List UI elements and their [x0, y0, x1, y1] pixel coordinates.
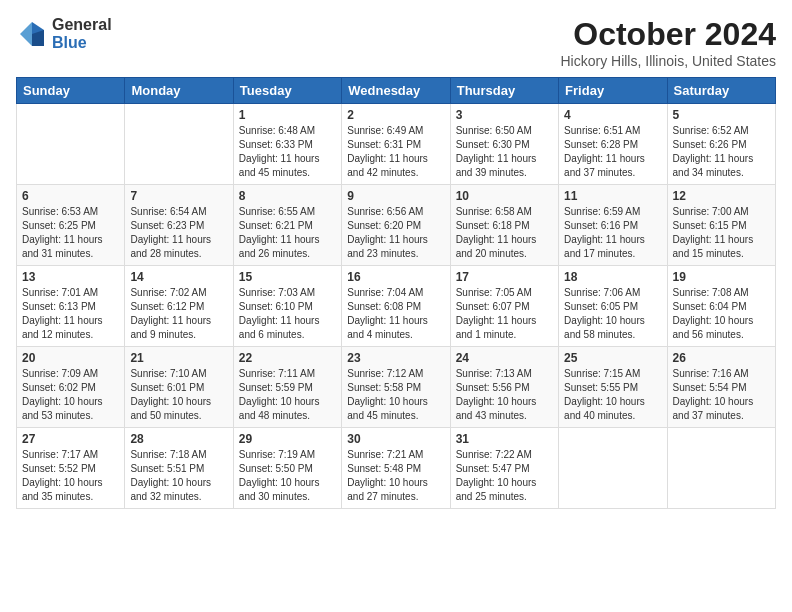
sunrise-text: Sunrise: 7:19 AM — [239, 449, 315, 460]
calendar-cell: 5 Sunrise: 6:52 AM Sunset: 6:26 PM Dayli… — [667, 104, 775, 185]
daylight-text: Daylight: 10 hours and 35 minutes. — [22, 477, 103, 502]
day-number: 17 — [456, 270, 553, 284]
sunrise-text: Sunrise: 7:13 AM — [456, 368, 532, 379]
day-content: Sunrise: 7:11 AM Sunset: 5:59 PM Dayligh… — [239, 367, 336, 423]
day-content: Sunrise: 6:51 AM Sunset: 6:28 PM Dayligh… — [564, 124, 661, 180]
sunrise-text: Sunrise: 7:01 AM — [22, 287, 98, 298]
daylight-text: Daylight: 10 hours and 25 minutes. — [456, 477, 537, 502]
daylight-text: Daylight: 10 hours and 30 minutes. — [239, 477, 320, 502]
page-header: General Blue October 2024 Hickory Hills,… — [16, 16, 776, 69]
day-number: 28 — [130, 432, 227, 446]
sunset-text: Sunset: 5:50 PM — [239, 463, 313, 474]
day-content: Sunrise: 6:58 AM Sunset: 6:18 PM Dayligh… — [456, 205, 553, 261]
day-number: 8 — [239, 189, 336, 203]
day-content: Sunrise: 7:02 AM Sunset: 6:12 PM Dayligh… — [130, 286, 227, 342]
day-content: Sunrise: 7:10 AM Sunset: 6:01 PM Dayligh… — [130, 367, 227, 423]
sunrise-text: Sunrise: 7:11 AM — [239, 368, 315, 379]
day-number: 6 — [22, 189, 119, 203]
sunset-text: Sunset: 6:28 PM — [564, 139, 638, 150]
day-number: 5 — [673, 108, 770, 122]
calendar-cell: 28 Sunrise: 7:18 AM Sunset: 5:51 PM Dayl… — [125, 428, 233, 509]
day-number: 26 — [673, 351, 770, 365]
sunrise-text: Sunrise: 6:53 AM — [22, 206, 98, 217]
day-number: 15 — [239, 270, 336, 284]
weekday-header: Thursday — [450, 78, 558, 104]
sunset-text: Sunset: 5:58 PM — [347, 382, 421, 393]
calendar-cell: 31 Sunrise: 7:22 AM Sunset: 5:47 PM Dayl… — [450, 428, 558, 509]
daylight-text: Daylight: 10 hours and 43 minutes. — [456, 396, 537, 421]
calendar-cell: 27 Sunrise: 7:17 AM Sunset: 5:52 PM Dayl… — [17, 428, 125, 509]
day-content: Sunrise: 7:19 AM Sunset: 5:50 PM Dayligh… — [239, 448, 336, 504]
daylight-text: Daylight: 11 hours and 15 minutes. — [673, 234, 754, 259]
calendar-cell: 19 Sunrise: 7:08 AM Sunset: 6:04 PM Dayl… — [667, 266, 775, 347]
calendar-cell: 23 Sunrise: 7:12 AM Sunset: 5:58 PM Dayl… — [342, 347, 450, 428]
daylight-text: Daylight: 11 hours and 17 minutes. — [564, 234, 645, 259]
daylight-text: Daylight: 11 hours and 20 minutes. — [456, 234, 537, 259]
calendar-cell: 20 Sunrise: 7:09 AM Sunset: 6:02 PM Dayl… — [17, 347, 125, 428]
calendar-cell: 24 Sunrise: 7:13 AM Sunset: 5:56 PM Dayl… — [450, 347, 558, 428]
day-content: Sunrise: 7:12 AM Sunset: 5:58 PM Dayligh… — [347, 367, 444, 423]
sunset-text: Sunset: 6:26 PM — [673, 139, 747, 150]
sunrise-text: Sunrise: 7:10 AM — [130, 368, 206, 379]
sunrise-text: Sunrise: 7:22 AM — [456, 449, 532, 460]
sunrise-text: Sunrise: 6:52 AM — [673, 125, 749, 136]
day-number: 3 — [456, 108, 553, 122]
sunset-text: Sunset: 6:02 PM — [22, 382, 96, 393]
calendar-cell: 2 Sunrise: 6:49 AM Sunset: 6:31 PM Dayli… — [342, 104, 450, 185]
calendar-cell: 7 Sunrise: 6:54 AM Sunset: 6:23 PM Dayli… — [125, 185, 233, 266]
sunset-text: Sunset: 6:18 PM — [456, 220, 530, 231]
daylight-text: Daylight: 10 hours and 50 minutes. — [130, 396, 211, 421]
day-content: Sunrise: 6:54 AM Sunset: 6:23 PM Dayligh… — [130, 205, 227, 261]
calendar-cell — [125, 104, 233, 185]
month-title: October 2024 — [560, 16, 776, 53]
daylight-text: Daylight: 11 hours and 1 minute. — [456, 315, 537, 340]
sunrise-text: Sunrise: 7:15 AM — [564, 368, 640, 379]
calendar-cell: 29 Sunrise: 7:19 AM Sunset: 5:50 PM Dayl… — [233, 428, 341, 509]
sunset-text: Sunset: 6:25 PM — [22, 220, 96, 231]
daylight-text: Daylight: 10 hours and 37 minutes. — [673, 396, 754, 421]
day-number: 27 — [22, 432, 119, 446]
sunrise-text: Sunrise: 7:04 AM — [347, 287, 423, 298]
sunrise-text: Sunrise: 7:08 AM — [673, 287, 749, 298]
day-number: 25 — [564, 351, 661, 365]
day-number: 24 — [456, 351, 553, 365]
weekday-header: Saturday — [667, 78, 775, 104]
weekday-header: Wednesday — [342, 78, 450, 104]
sunrise-text: Sunrise: 7:09 AM — [22, 368, 98, 379]
calendar-cell: 4 Sunrise: 6:51 AM Sunset: 6:28 PM Dayli… — [559, 104, 667, 185]
calendar-cell: 1 Sunrise: 6:48 AM Sunset: 6:33 PM Dayli… — [233, 104, 341, 185]
calendar-cell: 30 Sunrise: 7:21 AM Sunset: 5:48 PM Dayl… — [342, 428, 450, 509]
day-number: 1 — [239, 108, 336, 122]
day-content: Sunrise: 6:53 AM Sunset: 6:25 PM Dayligh… — [22, 205, 119, 261]
sunrise-text: Sunrise: 7:00 AM — [673, 206, 749, 217]
calendar-cell: 26 Sunrise: 7:16 AM Sunset: 5:54 PM Dayl… — [667, 347, 775, 428]
calendar-cell: 10 Sunrise: 6:58 AM Sunset: 6:18 PM Dayl… — [450, 185, 558, 266]
daylight-text: Daylight: 10 hours and 58 minutes. — [564, 315, 645, 340]
day-content: Sunrise: 7:22 AM Sunset: 5:47 PM Dayligh… — [456, 448, 553, 504]
daylight-text: Daylight: 10 hours and 48 minutes. — [239, 396, 320, 421]
calendar-header-row: SundayMondayTuesdayWednesdayThursdayFrid… — [17, 78, 776, 104]
sunrise-text: Sunrise: 7:18 AM — [130, 449, 206, 460]
daylight-text: Daylight: 11 hours and 39 minutes. — [456, 153, 537, 178]
day-content: Sunrise: 7:01 AM Sunset: 6:13 PM Dayligh… — [22, 286, 119, 342]
sunset-text: Sunset: 6:05 PM — [564, 301, 638, 312]
day-number: 12 — [673, 189, 770, 203]
day-content: Sunrise: 7:00 AM Sunset: 6:15 PM Dayligh… — [673, 205, 770, 261]
day-number: 29 — [239, 432, 336, 446]
day-content: Sunrise: 7:21 AM Sunset: 5:48 PM Dayligh… — [347, 448, 444, 504]
daylight-text: Daylight: 11 hours and 4 minutes. — [347, 315, 428, 340]
day-content: Sunrise: 7:17 AM Sunset: 5:52 PM Dayligh… — [22, 448, 119, 504]
calendar-cell: 8 Sunrise: 6:55 AM Sunset: 6:21 PM Dayli… — [233, 185, 341, 266]
sunrise-text: Sunrise: 6:58 AM — [456, 206, 532, 217]
sunrise-text: Sunrise: 7:17 AM — [22, 449, 98, 460]
day-content: Sunrise: 6:59 AM Sunset: 6:16 PM Dayligh… — [564, 205, 661, 261]
sunrise-text: Sunrise: 6:51 AM — [564, 125, 640, 136]
calendar-week-row: 13 Sunrise: 7:01 AM Sunset: 6:13 PM Dayl… — [17, 266, 776, 347]
day-content: Sunrise: 7:04 AM Sunset: 6:08 PM Dayligh… — [347, 286, 444, 342]
day-content: Sunrise: 6:56 AM Sunset: 6:20 PM Dayligh… — [347, 205, 444, 261]
day-number: 20 — [22, 351, 119, 365]
day-content: Sunrise: 7:18 AM Sunset: 5:51 PM Dayligh… — [130, 448, 227, 504]
logo-icon — [16, 18, 48, 50]
daylight-text: Daylight: 10 hours and 32 minutes. — [130, 477, 211, 502]
day-number: 21 — [130, 351, 227, 365]
